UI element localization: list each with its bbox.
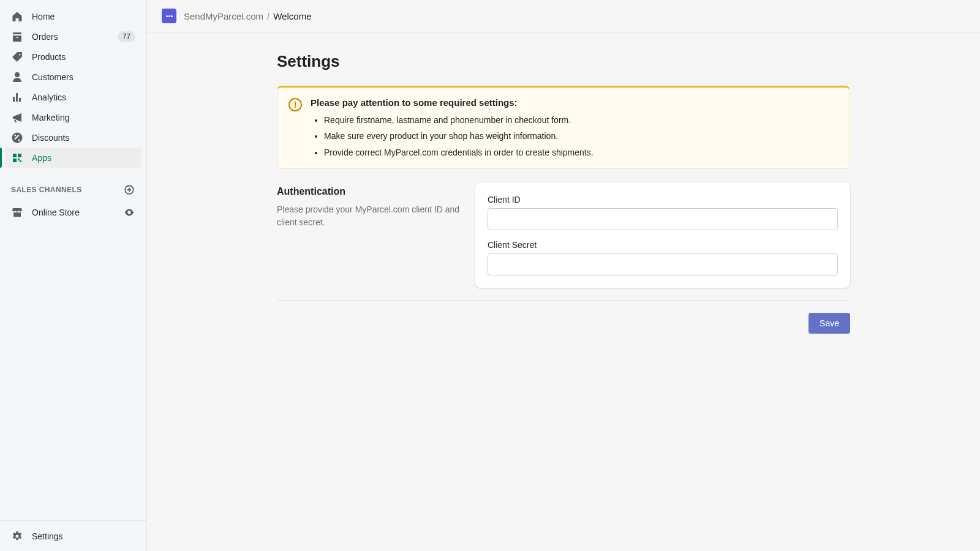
page-title: Settings — [277, 52, 850, 71]
add-channel-icon[interactable] — [123, 184, 135, 196]
content: Settings ! Please pay attention to some … — [147, 32, 980, 551]
gear-icon — [11, 530, 23, 542]
client-id-label: Client ID — [488, 195, 838, 204]
sidebar-item-label: Home — [32, 12, 135, 21]
banner-list-item: Require firstname, lastname and phonenum… — [324, 114, 839, 126]
apps-icon — [11, 152, 23, 164]
store-icon — [11, 206, 23, 219]
sidebar-item-home[interactable]: Home — [5, 6, 141, 26]
main: SendMyParcel.com / Welcome Settings ! Pl… — [147, 0, 980, 551]
warning-banner: ! Please pay attention to some required … — [277, 86, 850, 169]
sidebar-item-orders[interactable]: Orders 77 — [5, 26, 141, 47]
sidebar-item-label: Products — [32, 52, 135, 62]
marketing-icon — [11, 111, 23, 124]
client-secret-input[interactable] — [488, 253, 838, 276]
customers-icon — [11, 71, 23, 83]
sidebar-item-label: Discounts — [32, 133, 135, 143]
warning-icon: ! — [288, 98, 302, 111]
header-bar: SendMyParcel.com / Welcome — [147, 0, 980, 32]
sales-channels-title: SALES CHANNELS — [11, 186, 82, 194]
app-logo-icon — [162, 9, 176, 23]
analytics-icon — [11, 91, 23, 103]
sidebar-footer: Settings — [0, 520, 146, 551]
home-icon — [11, 10, 23, 23]
auth-section: Authentication Please provide your MyPar… — [277, 182, 850, 288]
breadcrumb-current: Welcome — [273, 11, 311, 21]
auth-description: Please provide your MyParcel.com client … — [277, 203, 461, 229]
sidebar-item-label: Online Store — [32, 208, 123, 217]
sidebar-item-label: Marketing — [32, 113, 135, 122]
breadcrumb-separator: / — [267, 11, 270, 21]
client-secret-label: Client Secret — [488, 240, 838, 250]
breadcrumb: SendMyParcel.com / Welcome — [184, 11, 311, 21]
save-button[interactable]: Save — [809, 313, 850, 334]
sidebar-item-marketing[interactable]: Marketing — [5, 107, 141, 127]
sidebar-item-settings[interactable]: Settings — [5, 526, 141, 546]
auth-heading: Authentication — [277, 186, 461, 197]
discounts-icon — [11, 132, 23, 144]
banner-list: Require firstname, lastname and phonenum… — [311, 114, 839, 159]
sidebar-item-label: Analytics — [32, 92, 135, 102]
banner-title: Please pay attention to some required se… — [311, 97, 839, 108]
sidebar-item-discounts[interactable]: Discounts — [5, 127, 141, 148]
client-id-input[interactable] — [488, 208, 838, 230]
sales-channels-heading: SALES CHANNELS — [5, 181, 141, 198]
sidebar-item-apps[interactable]: Apps — [5, 148, 141, 168]
sidebar-item-label: Orders — [32, 32, 118, 42]
auth-card: Client ID Client Secret — [475, 182, 850, 288]
orders-icon — [11, 31, 23, 43]
banner-list-item: Provide correct MyParcel.com credentials… — [324, 146, 839, 159]
sidebar-nav: Home Orders 77 Products Customers — [0, 6, 146, 520]
section-divider — [277, 300, 850, 301]
sidebar-item-products[interactable]: Products — [5, 47, 141, 67]
sidebar: Home Orders 77 Products Customers — [0, 0, 147, 551]
sidebar-item-customers[interactable]: Customers — [5, 67, 141, 87]
auth-description-column: Authentication Please provide your MyPar… — [277, 182, 461, 229]
products-icon — [11, 51, 23, 63]
view-store-icon[interactable] — [123, 206, 135, 219]
page-actions: Save — [277, 313, 850, 334]
orders-count-badge: 77 — [118, 31, 135, 42]
banner-list-item: Make sure every product in your shop has… — [324, 130, 839, 142]
sidebar-item-label: Settings — [32, 531, 135, 541]
sidebar-item-online-store[interactable]: Online Store — [5, 202, 141, 222]
sidebar-item-analytics[interactable]: Analytics — [5, 87, 141, 107]
sidebar-item-label: Customers — [32, 72, 135, 82]
breadcrumb-app[interactable]: SendMyParcel.com — [184, 11, 263, 21]
sidebar-item-label: Apps — [32, 153, 135, 163]
